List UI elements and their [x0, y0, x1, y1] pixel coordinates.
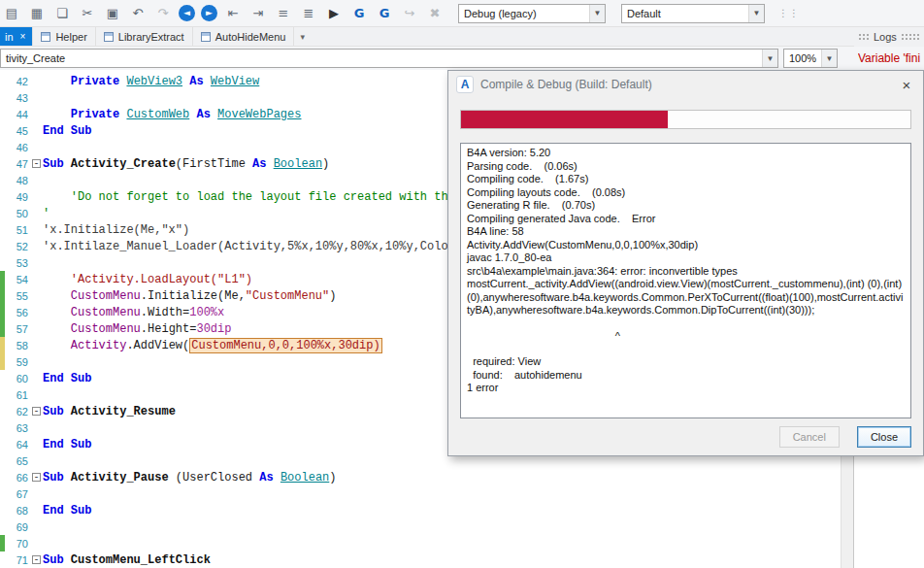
code-text: End Sub	[43, 124, 91, 138]
b4a-logo-icon: A	[456, 76, 474, 93]
tab-overflow-icon[interactable]: ▾	[300, 32, 305, 42]
code-line-69[interactable]: 69	[0, 518, 841, 535]
jump-back-icon[interactable]: ↪	[400, 6, 419, 20]
line-number: 62	[5, 406, 31, 418]
line-number: 52	[5, 241, 31, 252]
line-number: 66	[5, 472, 31, 484]
indent-icon[interactable]: ⇥	[248, 6, 268, 20]
toolbar-grip-icon[interactable]: ⋮⋮	[778, 8, 800, 18]
compile-progress-bar	[460, 110, 911, 129]
chevron-down-icon[interactable]: ▼	[762, 50, 777, 67]
code-text: CustomMenu.Height=30dip	[43, 322, 231, 336]
line-number: 46	[5, 142, 31, 153]
line-number: 54	[5, 274, 31, 285]
b4a-ide-window: ▤▦❏✂▣↶↷◄►⇤⇥≡≣▶GG↪✖ Debug (legacy) ▼ Defa…	[0, 0, 924, 568]
line-number: 55	[5, 290, 31, 302]
fold-toggle-icon[interactable]: -	[32, 555, 41, 564]
designer-grid-icon[interactable]: ▦	[27, 6, 47, 20]
compile-log-line: Parsing code. (0.06s)	[467, 160, 905, 174]
code-text: Private CustomWeb As MoveWebPages	[43, 108, 301, 121]
dialog-buttons: Cancel Close	[779, 426, 911, 448]
paste-icon[interactable]: ▣	[103, 6, 122, 20]
chevron-down-icon[interactable]: ▼	[821, 50, 837, 67]
fold-toggle-icon[interactable]: -	[32, 407, 41, 416]
copy-icon[interactable]: ❏	[52, 6, 72, 20]
close-button[interactable]: Close	[857, 426, 911, 448]
compile-log-line: Compiling code. (1.67s)	[467, 173, 905, 186]
line-number: 67	[5, 488, 31, 500]
build-config-value: Default	[627, 8, 661, 19]
chevron-down-icon[interactable]: ▼	[589, 5, 605, 22]
compile-log-line: B4A line: 58	[467, 225, 905, 239]
line-number: 42	[5, 76, 31, 87]
code-line-67[interactable]: 67	[0, 485, 841, 502]
code-text: Sub Activity_Create(FirstTime As Boolean…	[43, 157, 329, 171]
cut-icon[interactable]: ✂	[78, 6, 97, 20]
chevron-down-icon[interactable]: ▼	[748, 5, 764, 22]
progress-fill	[461, 111, 668, 128]
compile-log-line: ^	[467, 330, 905, 344]
code-text: Sub CustomMenu_LeftClick	[43, 553, 211, 567]
comment-icon[interactable]: ≡	[274, 6, 293, 20]
line-number: 50	[5, 208, 31, 219]
compile-debug-dialog: A Compile & Debug (Build: Default) × B4A…	[447, 70, 924, 456]
code-text: Sub Activity_Resume	[43, 405, 176, 418]
compile-log-line: Compiling layouts code. (0.08s)	[467, 186, 905, 200]
uncomment-icon[interactable]: ≣	[299, 6, 318, 20]
code-text: End Sub	[43, 504, 91, 518]
code-line-66[interactable]: 66-Sub Activity_Pause (UserClosed As Boo…	[0, 469, 841, 485]
module-file-icon	[41, 32, 50, 42]
line-number: 68	[5, 505, 31, 517]
goto-definition-icon[interactable]: G	[375, 6, 394, 20]
code-text: End Sub	[43, 438, 91, 451]
compile-log-line: Activity.AddView(CustomMenu,0,0,100%x,30…	[467, 239, 905, 252]
line-number: 70	[5, 538, 31, 550]
line-number: 44	[5, 109, 31, 120]
line-number: 69	[5, 521, 31, 533]
line-number: 63	[5, 422, 31, 434]
code-line-70[interactable]: 70	[0, 535, 841, 551]
tab-label: Helper	[55, 31, 86, 43]
code-text: 'x.Intilaze_Manuel_Loader(Activity,5%x,1…	[43, 240, 462, 253]
tab-label: in	[5, 31, 14, 43]
code-line-68[interactable]: 68End Sub	[0, 502, 841, 518]
tab-helper[interactable]: Helper	[33, 27, 95, 46]
code-line-71[interactable]: 71-Sub CustomMenu_LeftClick	[0, 551, 841, 568]
debug-mode-dropdown[interactable]: Debug (legacy) ▼	[458, 4, 606, 23]
line-number: 71	[5, 554, 31, 566]
tab-in[interactable]: in×	[0, 27, 33, 46]
compile-log-line: found: autohidemenu	[467, 369, 905, 383]
compile-log-output[interactable]: B4A version: 5.20Parsing code. (0.06s)Co…	[460, 143, 911, 418]
drag-dots-icon	[858, 33, 870, 42]
compile-log-line: mostCurrent._activity.AddView((android.v…	[467, 278, 905, 317]
run-icon[interactable]: ▶	[324, 6, 344, 20]
fold-toggle-icon[interactable]: -	[32, 159, 41, 168]
member-dropdown[interactable]: tivity_Create ▼	[0, 49, 778, 68]
undo-icon[interactable]: ↶	[128, 6, 148, 20]
cancel-button[interactable]: Cancel	[779, 426, 840, 448]
tab-autohidemenu[interactable]: AutoHideMenu	[193, 27, 295, 46]
line-number: 47	[5, 158, 31, 170]
code-text: Sub Activity_Pause (UserClosed As Boolea…	[43, 471, 337, 484]
line-number: 57	[5, 323, 31, 335]
line-number: 59	[5, 356, 31, 368]
zoom-dropdown[interactable]: 100% ▼	[783, 49, 838, 68]
tab-close-icon[interactable]: ×	[20, 31, 26, 42]
close-icon[interactable]: ×	[898, 77, 915, 93]
navigate-back-icon[interactable]: ◄	[179, 5, 195, 21]
line-number: 53	[5, 257, 31, 269]
line-number: 49	[5, 191, 31, 203]
new-file-icon[interactable]: ▤	[2, 6, 21, 20]
outdent-icon[interactable]: ⇤	[223, 6, 243, 20]
code-text: 'Do not forget to load the layout file c…	[43, 190, 455, 204]
generate-members-icon[interactable]: G	[349, 6, 369, 20]
redo-icon[interactable]: ↷	[153, 6, 173, 20]
fold-toggle-icon[interactable]: -	[32, 473, 41, 482]
build-config-dropdown[interactable]: Default ▼	[621, 4, 765, 23]
tab-libraryextract[interactable]: LibraryExtract	[96, 27, 193, 46]
navigate-forward-icon[interactable]: ►	[201, 5, 217, 21]
code-text: CustomMenu.Width=100%x	[43, 306, 224, 319]
clean-project-icon[interactable]: ✖	[425, 6, 445, 20]
code-text: End Sub	[43, 372, 91, 385]
dialog-title-bar[interactable]: A Compile & Debug (Build: Default) ×	[448, 71, 923, 98]
